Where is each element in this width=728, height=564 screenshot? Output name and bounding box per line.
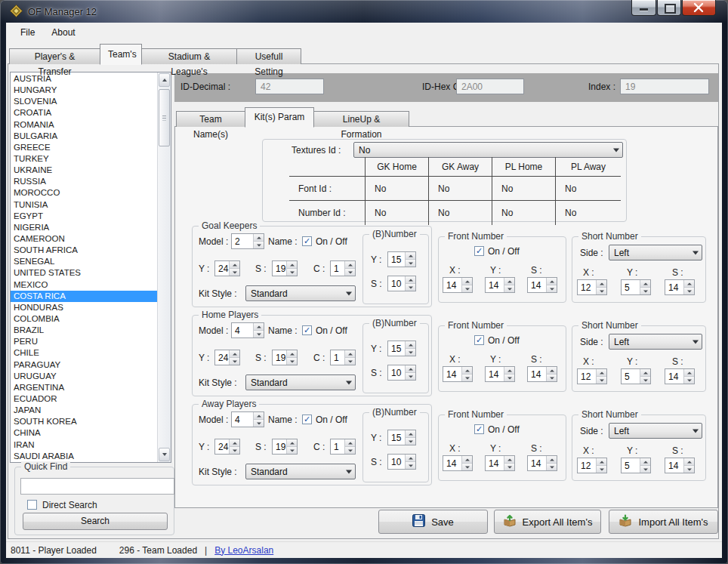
- spinner-down-button[interactable]: [230, 269, 239, 276]
- ap-side-select[interactable]: Left: [609, 423, 702, 439]
- hp-front-x-spinner[interactable]: 14: [443, 366, 473, 382]
- team-list-item[interactable]: EGYPT: [11, 211, 158, 222]
- spinner-down-button[interactable]: [406, 462, 415, 469]
- gk-c-spinner[interactable]: 1: [330, 260, 356, 276]
- gk-bnumber-s-spinner[interactable]: 10: [387, 276, 416, 291]
- hp-c-spinner[interactable]: 1: [330, 350, 356, 365]
- menu-file[interactable]: File: [12, 24, 43, 41]
- gk-short-y-spinner[interactable]: 5: [621, 279, 651, 295]
- team-list-item[interactable]: RUSSIA: [11, 176, 158, 187]
- ap-short-y-spinner[interactable]: 5: [621, 458, 651, 473]
- gk-short-x-spinner[interactable]: 12: [577, 279, 607, 295]
- ap-kit-style-select[interactable]: Standard: [245, 464, 356, 479]
- hp-front-number-checkbox[interactable]: ✓: [474, 335, 484, 345]
- spinner-up-button[interactable]: [345, 350, 355, 358]
- spinner-down-button[interactable]: [684, 288, 694, 294]
- spinner-up-button[interactable]: [230, 439, 239, 447]
- menu-about[interactable]: About: [43, 24, 83, 41]
- team-list-item[interactable]: SOUTH AFRICA: [11, 245, 158, 256]
- spinner-down-button[interactable]: [406, 438, 415, 445]
- spinner-down-button[interactable]: [345, 358, 355, 365]
- team-list-item[interactable]: PERU: [11, 336, 158, 347]
- tab-usefull-setting[interactable]: Usefull Setting: [236, 48, 301, 64]
- spinner-down-button[interactable]: [406, 260, 415, 267]
- team-list-item[interactable]: ARGENTINA: [11, 382, 158, 393]
- ap-bnumber-s-spinner[interactable]: 10: [387, 454, 416, 470]
- spinner-up-button[interactable]: [254, 323, 264, 331]
- spinner-down-button[interactable]: [287, 358, 297, 365]
- scroll-up-button[interactable]: [159, 73, 170, 87]
- spinner-up-button[interactable]: [230, 261, 239, 269]
- team-list-item[interactable]: ECUADOR: [11, 393, 158, 405]
- team-list-item[interactable]: HUNGARY: [11, 85, 158, 96]
- spinner-down-button[interactable]: [254, 242, 264, 248]
- team-list-item[interactable]: SENEGAL: [11, 256, 158, 267]
- spinner-down-button[interactable]: [684, 466, 694, 473]
- spinner-down-button[interactable]: [462, 464, 472, 470]
- team-list-item[interactable]: URUGUAY: [11, 371, 158, 382]
- spinner-up-button[interactable]: [504, 456, 514, 464]
- tab-team-names[interactable]: Team Name(s): [176, 111, 245, 127]
- spinner-down-button[interactable]: [640, 288, 650, 294]
- import-all-button[interactable]: Import All Item's: [609, 510, 718, 534]
- spinner-up-button[interactable]: [406, 252, 415, 260]
- gk-name-checkbox[interactable]: ✓: [302, 236, 312, 246]
- team-list-item[interactable]: GREECE: [11, 142, 158, 153]
- team-list-item[interactable]: COLOMBIA: [11, 313, 158, 325]
- hp-s-spinner[interactable]: 19: [272, 350, 298, 365]
- hp-short-x-spinner[interactable]: 12: [577, 368, 607, 384]
- spinner-up-button[interactable]: [287, 261, 297, 269]
- gk-side-select[interactable]: Left: [609, 245, 702, 260]
- spinner-down-button[interactable]: [547, 285, 557, 292]
- hp-name-checkbox[interactable]: ✓: [302, 325, 312, 335]
- hp-model-spinner[interactable]: 4: [231, 322, 264, 338]
- spinner-up-button[interactable]: [684, 458, 694, 466]
- ap-name-checkbox[interactable]: ✓: [302, 415, 312, 424]
- hp-side-select[interactable]: Left: [609, 334, 702, 350]
- spinner-up-button[interactable]: [230, 350, 239, 358]
- spinner-up-button[interactable]: [462, 456, 472, 464]
- spinner-down-button[interactable]: [287, 269, 297, 276]
- spinner-up-button[interactable]: [504, 278, 514, 285]
- scroll-thumb[interactable]: [159, 89, 170, 146]
- spinner-up-button[interactable]: [462, 367, 472, 374]
- spinner-up-button[interactable]: [504, 367, 514, 374]
- spinner-up-button[interactable]: [640, 369, 650, 377]
- titlebar[interactable]: OF Manager 12: [0, 0, 728, 23]
- spinner-up-button[interactable]: [287, 350, 297, 358]
- spinner-down-button[interactable]: [287, 447, 297, 454]
- gk-front-x-spinner[interactable]: 14: [443, 277, 473, 293]
- spinner-down-button[interactable]: [462, 285, 472, 292]
- spinner-down-button[interactable]: [640, 377, 650, 384]
- spinner-up-button[interactable]: [406, 341, 415, 349]
- team-listbox[interactable]: AUSTRIAHUNGARYSLOVENIACROATIAROMANIABULG…: [10, 72, 171, 463]
- ap-front-x-spinner[interactable]: 14: [443, 455, 473, 471]
- team-list-item[interactable]: BRAZIL: [11, 325, 158, 336]
- team-list-item[interactable]: JAPAN: [11, 405, 158, 416]
- credit-link[interactable]: By LeoArsalan: [214, 545, 273, 556]
- spinner-down-button[interactable]: [597, 377, 606, 384]
- spinner-up-button[interactable]: [287, 439, 297, 447]
- spinner-down-button[interactable]: [254, 420, 264, 427]
- tab-players-transfer[interactable]: Player's & Transfer: [9, 48, 100, 64]
- spinner-down-button[interactable]: [597, 466, 606, 473]
- textures-id-select[interactable]: No: [353, 142, 623, 158]
- spinner-up-button[interactable]: [547, 367, 557, 374]
- team-list-item[interactable]: PARAGUAY: [11, 359, 158, 371]
- team-list-item[interactable]: HONDURAS: [11, 302, 158, 313]
- spinner-down-button[interactable]: [254, 331, 264, 337]
- team-list-item[interactable]: TUNISIA: [11, 199, 158, 211]
- spinner-down-button[interactable]: [230, 447, 239, 454]
- spinner-down-button[interactable]: [406, 349, 415, 356]
- ap-s-spinner[interactable]: 19: [272, 439, 298, 455]
- minimize-button[interactable]: [631, 0, 656, 16]
- tab-teams[interactable]: Team's: [100, 44, 142, 65]
- tab-stadium-leagues[interactable]: Stadium & League's: [141, 48, 237, 64]
- spinner-down-button[interactable]: [406, 284, 415, 291]
- spinner-up-button[interactable]: [597, 458, 606, 466]
- gk-front-y-spinner[interactable]: 14: [485, 277, 515, 293]
- gk-front-s-spinner[interactable]: 14: [527, 277, 557, 293]
- tab-kits-param[interactable]: Kit(s) Param: [245, 107, 314, 128]
- close-button[interactable]: [682, 0, 716, 16]
- team-list-item[interactable]: UNITED STATES: [11, 267, 158, 279]
